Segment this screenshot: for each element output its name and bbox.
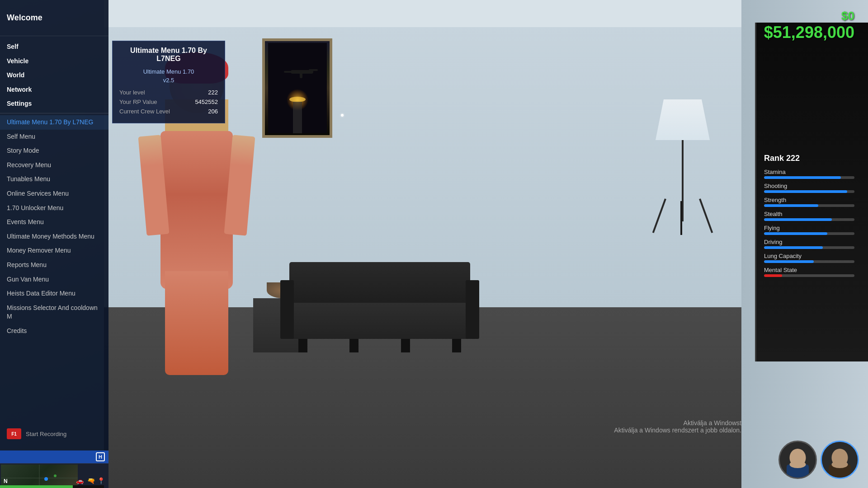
- sidebar-item-settings[interactable]: Settings: [0, 97, 108, 111]
- info-row-rp: Your RP Value 5452552: [119, 99, 218, 105]
- sidebar-item-ultimate-money[interactable]: Ultimate Money Methods Menu: [0, 230, 108, 244]
- character-legs: [165, 271, 228, 375]
- svg-rect-6: [309, 69, 318, 71]
- stat-bar-bg-shooting: [764, 190, 854, 193]
- sidebar-item-money-remover[interactable]: Money Remover Menu: [0, 244, 108, 258]
- stat-strength: Strength: [764, 197, 854, 207]
- lamp-leg-front: [680, 201, 682, 235]
- sidebar-item-story-mode[interactable]: Story Mode: [0, 144, 108, 158]
- svg-rect-3: [293, 102, 302, 133]
- sidebar-item-vehicle[interactable]: Vehicle: [0, 54, 108, 69]
- avatar-label-2: 4: [852, 472, 859, 479]
- info-value-level: 222: [208, 89, 218, 96]
- sofa: [289, 262, 470, 352]
- info-panel-subtitle: Ultimate Menu 1.70: [119, 68, 218, 75]
- record-area: F1 Start Recording: [0, 425, 108, 443]
- minimap-icon2: 🔫: [87, 477, 95, 484]
- avatar-portrait-1: 5: [778, 441, 817, 479]
- sidebar-item-heists-editor[interactable]: Heists Data Editor Menu: [0, 286, 108, 301]
- sofa-arm-right: [466, 280, 479, 339]
- svg-rect-5: [284, 71, 311, 73]
- sidebar: Welcome Self Vehicle World Network Setti…: [0, 0, 108, 488]
- info-label-level: Your level: [119, 89, 145, 96]
- info-value-crew: 206: [208, 108, 218, 115]
- sidebar-item-events-menu[interactable]: Events Menu: [0, 215, 108, 230]
- info-panel-version: v2.5: [119, 77, 218, 84]
- rank-display: Rank 222: [764, 154, 854, 163]
- money-top: $0: [764, 9, 854, 23]
- stat-label-lung-capacity: Lung Capacity: [764, 253, 854, 259]
- sidebar-item-recovery-menu[interactable]: Recovery Menu: [0, 158, 108, 173]
- stat-flying: Flying: [764, 225, 854, 235]
- sofa-leg: [452, 339, 461, 352]
- sidebar-item-reports-menu[interactable]: Reports Menu: [0, 258, 108, 272]
- stat-bar-fill-driving: [764, 246, 823, 249]
- info-label-crew: Current Crew Level: [119, 108, 170, 115]
- stat-label-stealth: Stealth: [764, 211, 854, 217]
- stat-label-driving: Driving: [764, 239, 854, 245]
- welcome-header: Welcome: [0, 0, 108, 36]
- stat-label-shooting: Shooting: [764, 183, 854, 189]
- stat-stealth: Stealth: [764, 211, 854, 221]
- info-panel: Ultimate Menu 1.70 By L7NEG Ultimate Men…: [112, 41, 225, 123]
- svg-point-10: [54, 474, 57, 477]
- sidebar-item-network[interactable]: Network: [0, 83, 108, 97]
- svg-rect-7: [300, 73, 302, 78]
- sofa-leg: [401, 339, 410, 352]
- minimap-compass: N: [4, 478, 8, 484]
- stat-bar-bg-lung-capacity: [764, 260, 854, 263]
- menu-divider-1: [0, 113, 108, 113]
- sofa-arm-left: [280, 280, 294, 339]
- avatar-portrait-2: 4: [821, 441, 859, 479]
- info-panel-title: Ultimate Menu 1.70 By L7NEG: [119, 47, 218, 63]
- info-value-rp: 5452552: [195, 99, 218, 105]
- stat-lung-capacity: Lung Capacity: [764, 253, 854, 263]
- sofa-seat: [289, 303, 470, 339]
- svg-point-2: [289, 97, 306, 102]
- sidebar-item-gun-van[interactable]: Gun Van Menu: [0, 272, 108, 287]
- stat-mental-state: Mental State: [764, 267, 854, 277]
- stat-label-flying: Flying: [764, 225, 854, 231]
- stat-bar-fill-mental-state: [764, 274, 782, 277]
- stat-bar-fill-stamina: [764, 176, 841, 179]
- info-label-rp: Your RP Value: [119, 99, 157, 105]
- bottom-bar: H: [0, 450, 108, 463]
- stat-driving: Driving: [764, 239, 854, 249]
- stat-bar-bg-flying: [764, 232, 854, 235]
- sofa-leg: [349, 339, 359, 352]
- sidebar-item-ultimate-menu[interactable]: Ultimate Menu 1.70 By L7NEG: [0, 115, 108, 130]
- character-body: [160, 131, 233, 289]
- sidebar-item-tunables-menu[interactable]: Tunables Menu: [0, 172, 108, 187]
- sidebar-item-world[interactable]: World: [0, 68, 108, 83]
- welcome-label: Welcome: [7, 13, 42, 23]
- stat-bar-bg-strength: [764, 204, 854, 207]
- stat-bar-fill-strength: [764, 204, 818, 207]
- sidebar-item-online-services[interactable]: Online Services Menu: [0, 187, 108, 201]
- record-button[interactable]: F1: [7, 428, 21, 439]
- minimap-icon3: 📍: [97, 477, 105, 484]
- stat-bar-bg-stamina: [764, 176, 854, 179]
- sidebar-item-self-menu[interactable]: Self Menu: [0, 130, 108, 144]
- info-row-crew: Current Crew Level 206: [119, 108, 218, 115]
- stat-bar-fill-flying: [764, 232, 827, 235]
- stat-bar-fill-stealth: [764, 218, 832, 221]
- sidebar-item-self[interactable]: Self: [0, 40, 108, 54]
- health-bar: [0, 485, 73, 488]
- sidebar-item-credits[interactable]: Credits: [0, 324, 108, 338]
- stat-bar-fill-shooting: [764, 190, 847, 193]
- svg-point-11: [44, 477, 48, 481]
- menu-section-main: Self Vehicle World Network Settings Ulti…: [0, 36, 108, 342]
- stat-label-mental-state: Mental State: [764, 267, 854, 273]
- lamp: [656, 99, 710, 221]
- picture-frame: [262, 38, 332, 138]
- health-bar-container: [0, 485, 104, 488]
- stats-panel: Rank 222 Stamina Shooting Strength Steal…: [764, 154, 854, 281]
- picture-content: [265, 41, 330, 135]
- h-icon: H: [96, 452, 105, 461]
- stat-bar-bg-stealth: [764, 218, 854, 221]
- minimap-car-icon: 🚗: [76, 477, 84, 484]
- minimap-map: [1, 465, 78, 486]
- sidebar-item-missions-selector[interactable]: Missions Selector And cooldown M: [0, 301, 108, 324]
- sidebar-item-unlocker-menu[interactable]: 1.70 Unlocker Menu: [0, 201, 108, 216]
- stat-shooting: Shooting: [764, 183, 854, 193]
